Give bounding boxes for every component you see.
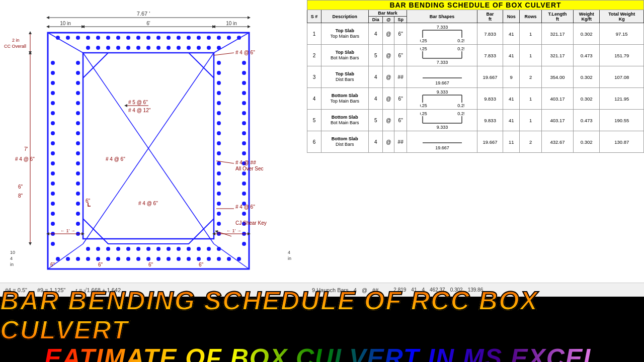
svg-point-110 xyxy=(217,161,221,165)
cell-tlength: 321.17 xyxy=(541,45,573,66)
cell-dia: 4 xyxy=(368,88,383,110)
col-barshapes: Bar Shapes xyxy=(407,10,477,23)
cell-dia: 5 xyxy=(368,110,383,131)
svg-point-83 xyxy=(242,81,246,85)
svg-point-99 xyxy=(242,242,246,246)
svg-point-32 xyxy=(106,46,110,50)
cell-shape: 0.25 0.25 9.333 xyxy=(407,110,477,131)
cell-bar_ft: 9.833 xyxy=(477,88,503,110)
svg-point-73 xyxy=(76,161,80,165)
svg-point-75 xyxy=(76,182,80,186)
svg-text:7.67 ': 7.67 ' xyxy=(137,11,150,17)
table-row: 5Bottom SlabBot Main Bars5@6" 0.25 0.25 … xyxy=(307,110,644,131)
svg-text:6": 6" xyxy=(50,262,55,267)
svg-point-92 xyxy=(242,171,246,175)
svg-point-114 xyxy=(217,202,221,206)
svg-text:← 1' →: ← 1' → xyxy=(60,228,75,233)
svg-text:← 1' →: ← 1' → xyxy=(226,228,242,233)
svg-point-17 xyxy=(116,36,120,40)
svg-point-33 xyxy=(116,46,120,50)
cell-tlength: 432.67 xyxy=(541,131,573,153)
svg-text:0.25: 0.25 xyxy=(420,111,427,116)
svg-point-64 xyxy=(76,71,80,75)
col-sp: Sp xyxy=(394,17,407,23)
cell-sp: 6" xyxy=(394,45,407,66)
svg-point-130 xyxy=(177,257,181,261)
svg-point-13 xyxy=(76,36,80,40)
svg-point-113 xyxy=(217,192,221,196)
svg-point-104 xyxy=(217,101,221,105)
cell-tlength: 354.00 xyxy=(541,66,573,88)
cell-bar_ft: 7.833 xyxy=(477,23,503,45)
cell-nos: 41 xyxy=(503,110,520,131)
cell-desc: Bottom SlabBot Main Bars xyxy=(321,110,368,131)
svg-point-69 xyxy=(76,121,80,125)
svg-text:6": 6" xyxy=(18,184,23,190)
svg-point-125 xyxy=(126,257,130,261)
svg-point-36 xyxy=(146,46,150,50)
svg-text:7': 7' xyxy=(24,146,28,152)
cell-tlength: 403.17 xyxy=(541,88,573,110)
col-dia: Dia xyxy=(368,17,383,23)
svg-point-142 xyxy=(136,247,140,251)
svg-point-138 xyxy=(96,247,100,251)
svg-point-15 xyxy=(96,36,100,40)
svg-point-131 xyxy=(187,257,191,261)
svg-rect-0 xyxy=(0,8,307,289)
cell-nos: 41 xyxy=(503,88,520,110)
cell-at: @ xyxy=(383,110,394,131)
table-row: 3Top SlabDist Bars4@## 19.667 19.6679235… xyxy=(307,66,644,88)
svg-text:# 4 @ 6": # 4 @ 6" xyxy=(106,156,125,162)
svg-point-89 xyxy=(242,141,246,145)
cell-rows: 1 xyxy=(520,110,542,131)
svg-text:10: 10 xyxy=(10,250,15,255)
cell-nos: 11 xyxy=(503,131,520,153)
svg-point-20 xyxy=(146,36,150,40)
svg-text:in: in xyxy=(10,262,14,267)
svg-point-21 xyxy=(156,36,160,40)
svg-point-18 xyxy=(126,36,130,40)
cell-total: 121.95 xyxy=(600,88,644,110)
svg-point-24 xyxy=(187,36,191,40)
table-row: 2Top SlabBot Main Bars5@6" 0.25 0.25 7.3… xyxy=(307,45,644,66)
svg-point-26 xyxy=(207,36,211,40)
svg-text:0.25: 0.25 xyxy=(457,111,464,116)
svg-point-112 xyxy=(217,182,221,186)
svg-point-52 xyxy=(51,141,55,145)
svg-point-96 xyxy=(242,212,246,216)
col-tlength: T.Lengthft xyxy=(541,10,573,23)
svg-text:0.25: 0.25 xyxy=(457,103,464,108)
cell-weight: 0.302 xyxy=(574,23,600,45)
svg-point-49 xyxy=(51,111,55,115)
svg-point-72 xyxy=(76,151,80,155)
svg-point-40 xyxy=(187,46,191,50)
svg-point-60 xyxy=(51,222,55,226)
cell-sp: 6" xyxy=(394,110,407,131)
drawing-panel: 7.67 ' 10 in 6' 10 in xyxy=(0,0,307,297)
svg-point-116 xyxy=(217,222,221,226)
cell-nos: 41 xyxy=(503,23,520,45)
cell-sp: ## xyxy=(394,131,407,153)
cell-total: 107.08 xyxy=(600,66,644,88)
svg-text:19.667: 19.667 xyxy=(435,80,449,85)
svg-point-65 xyxy=(76,81,80,85)
svg-point-35 xyxy=(136,46,140,50)
svg-point-55 xyxy=(51,171,55,175)
svg-text:4: 4 xyxy=(288,250,290,255)
svg-text:0.25: 0.25 xyxy=(457,38,464,43)
svg-point-123 xyxy=(106,257,110,261)
svg-point-133 xyxy=(207,257,211,261)
svg-point-27 xyxy=(217,36,221,40)
table-row: 1Top SlabTop Main Bars4@6" 7.333 0.25 0.… xyxy=(307,23,644,45)
cell-sp: 6" xyxy=(394,88,407,110)
svg-text:# 4 @ 6": # 4 @ 6" xyxy=(138,201,158,206)
svg-point-28 xyxy=(227,36,231,40)
svg-point-67 xyxy=(76,101,80,105)
svg-point-129 xyxy=(167,257,171,261)
svg-point-42 xyxy=(207,46,211,50)
svg-point-34 xyxy=(126,46,130,50)
svg-point-144 xyxy=(156,247,160,251)
cell-shape: 19.667 xyxy=(407,131,477,153)
cell-tlength: 403.17 xyxy=(541,110,573,131)
svg-point-140 xyxy=(116,247,120,251)
